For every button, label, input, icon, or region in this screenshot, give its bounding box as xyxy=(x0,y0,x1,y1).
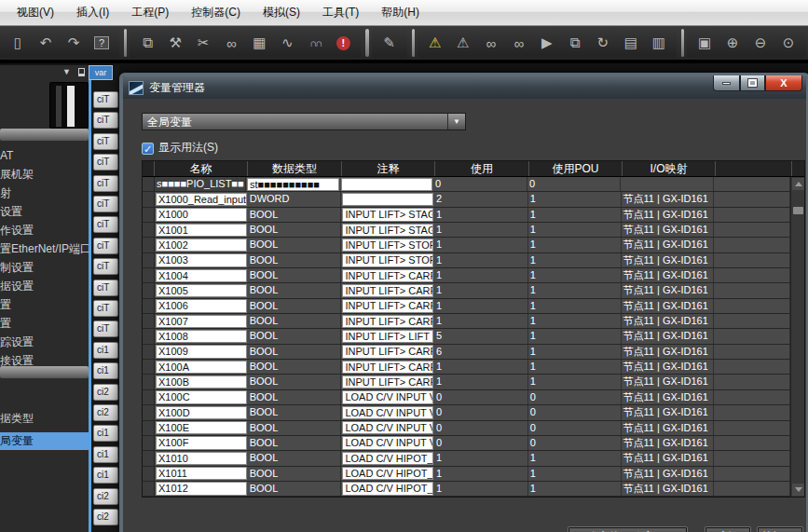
sidebar-item-selected[interactable]: 局变量 xyxy=(0,432,89,450)
sidebar-item[interactable]: 展机架 xyxy=(0,166,89,184)
run-icon[interactable]: ▶ xyxy=(533,31,561,55)
update-button[interactable]: 更新(U) xyxy=(705,527,750,532)
sidebar-item[interactable]: 踪设置 xyxy=(0,334,89,351)
monitor-on-icon[interactable]: ∞ xyxy=(477,31,505,55)
table-row[interactable]: X1006BOOLINPUT LIFT> CARR11节点11 | GX-ID1… xyxy=(143,299,790,314)
table-row[interactable]: X100EBOOLLOAD C/V INPUT V00节点11 | GX-ID1… xyxy=(143,421,790,436)
table-row[interactable]: X100ABOOLINPUT LIFT> CARR11节点11 | GX-ID1… xyxy=(143,360,790,375)
table-row[interactable]: X100FBOOLLOAD C/V INPUT V00节点11 | GX-ID1… xyxy=(143,436,790,451)
table-row[interactable]: X1001BOOLINPUT LIFT> STAG11节点11 | GX-ID1… xyxy=(143,223,790,238)
watch-table-icon[interactable]: ▦ xyxy=(245,31,273,55)
pin-icon[interactable] xyxy=(78,68,85,76)
menu-item[interactable]: 插入(I) xyxy=(65,1,120,24)
table-row[interactable]: X1011BOOLLOAD C/V HIPOT_11节点11 | GX-ID16… xyxy=(143,467,790,482)
close-window-button[interactable]: X xyxy=(765,75,802,91)
table-row[interactable]: X1008BOOLINPUT LIFT> LIFT (51节点11 | GX-I… xyxy=(143,329,790,344)
online-icon[interactable]: ⚠ xyxy=(421,31,449,55)
menu-bar: 视图(V)插入(I)工程(P)控制器(C)模拟(S)工具(T)帮助(H) xyxy=(0,0,808,26)
vertical-scrollbar[interactable] xyxy=(790,177,804,497)
redo-icon[interactable]: ↷ xyxy=(60,31,88,55)
chevron-down-icon[interactable]: ▼ xyxy=(62,67,71,76)
zoom-in-icon[interactable]: ⊕ xyxy=(719,31,746,55)
table-row[interactable]: X1004BOOLINPUT LIFT> CARR11节点11 | GX-ID1… xyxy=(143,268,790,283)
table-row[interactable]: s■■■■PIO_LIST■■st■■■■■■■■■■00 xyxy=(143,177,790,192)
delete-icon[interactable]: ▯ xyxy=(4,31,32,55)
sidebar-item[interactable]: 置 xyxy=(0,296,89,314)
show-usage-checkbox[interactable]: 显示用法(S) xyxy=(142,138,218,156)
column-header[interactable] xyxy=(716,161,792,176)
menu-item[interactable]: 工具(T) xyxy=(311,1,370,24)
zoom-out-icon[interactable]: ⊖ xyxy=(746,31,774,55)
download-icon[interactable]: ▤ xyxy=(617,31,645,55)
empty-cell xyxy=(714,283,790,297)
run-all-icon[interactable]: ⧉ xyxy=(561,31,589,55)
table-row[interactable]: X1005BOOLINPUT LIFT> CARR11节点11 | GX-ID1… xyxy=(143,283,790,298)
menu-item[interactable]: 帮助(H) xyxy=(370,1,431,24)
sidebar-item[interactable]: 射 xyxy=(0,184,89,202)
variable-editor-tab[interactable]: var xyxy=(89,65,113,80)
upload-icon[interactable]: ▥ xyxy=(645,31,673,55)
table-row[interactable]: X1012BOOLLOAD C/V HIPOT_11节点11 | GX-ID16… xyxy=(143,482,790,497)
scroll-down-button[interactable] xyxy=(792,484,804,496)
zoom-100-icon[interactable]: ⊙ xyxy=(774,31,802,55)
help-icon[interactable]: ? xyxy=(88,31,116,55)
column-header[interactable] xyxy=(143,161,155,176)
table-row[interactable]: X100CBOOLLOAD C/V INPUT V00节点11 | GX-ID1… xyxy=(143,390,790,405)
empty-cell xyxy=(714,223,790,237)
toolbar-separator xyxy=(124,29,127,57)
column-header[interactable]: 使用POU xyxy=(529,161,623,176)
window-icon[interactable]: ⧉ xyxy=(133,31,161,55)
undo-icon[interactable]: ↶ xyxy=(32,31,60,55)
dialog-title-bar[interactable]: 变量管理器 X xyxy=(123,76,806,99)
fit-screen-icon[interactable]: ▣ xyxy=(691,31,719,55)
menu-item[interactable]: 模拟(S) xyxy=(252,1,311,24)
close-button[interactable]: 关闭(C) xyxy=(758,527,802,532)
watch-wave-icon[interactable]: ∿ xyxy=(273,31,301,55)
column-header[interactable]: 注释 xyxy=(342,161,435,176)
scroll-up-button[interactable] xyxy=(792,178,804,190)
variable-name-cell: X100C xyxy=(156,390,247,403)
delete-unused-variables-button[interactable]: 删除未使用的变量(D) xyxy=(568,527,687,532)
error-list-icon[interactable]: ! xyxy=(329,31,357,55)
cut-icon[interactable]: ✂ xyxy=(189,31,217,55)
sidebar-item[interactable]: 置 xyxy=(0,315,89,333)
variable-scope-dropdown[interactable]: 全局变量 xyxy=(142,113,466,130)
sidebar-item[interactable]: 制设置 xyxy=(0,259,89,277)
column-header[interactable]: 使用 xyxy=(435,161,529,176)
build-icon[interactable]: ⚒ xyxy=(161,31,189,55)
edit-tool-icon[interactable]: ✎ xyxy=(376,31,404,55)
table-row[interactable]: X1002BOOLINPUT LIFT> STOP11节点11 | GX-ID1… xyxy=(143,238,790,252)
sync-icon[interactable]: ↻ xyxy=(589,31,617,55)
table-row[interactable]: X1010BOOLLOAD C/V HIPOT_11节点11 | GX-ID16… xyxy=(143,451,790,466)
table-row[interactable]: X100DBOOLLOAD C/V INPUT V00节点11 | GX-ID1… xyxy=(143,405,790,420)
table-row[interactable]: X1000_Read_inputDWORD21节点11 | GX-ID161 xyxy=(143,192,790,207)
watch-window-icon[interactable]: ∞ xyxy=(217,31,245,55)
sidebar-item[interactable]: 置EtherNet/IP端口 xyxy=(0,240,89,258)
table-row[interactable]: X1007BOOLINPUT LIFT> CARR11节点11 | GX-ID1… xyxy=(143,314,790,329)
column-header[interactable]: 名称 xyxy=(155,161,248,176)
table-row[interactable]: X1003BOOLINPUT LIFT> STOP11节点11 | GX-ID1… xyxy=(143,253,790,268)
search-icon[interactable]: ∩∩ xyxy=(301,31,329,55)
table-row[interactable]: X100BBOOLINPUT LIFT> CARR11节点11 | GX-ID1… xyxy=(143,375,790,389)
table-row[interactable]: X1000BOOLINPUT LIFT> STAG11节点11 | GX-ID1… xyxy=(143,208,790,223)
maximize-button[interactable] xyxy=(740,75,765,91)
always-on-top-checkbox[interactable]: 总在最前面(A) xyxy=(142,528,229,532)
menu-item[interactable]: 工程(P) xyxy=(120,1,180,24)
scrollbar-thumb[interactable] xyxy=(793,207,803,214)
sidebar-item[interactable]: 作设置 xyxy=(0,222,89,239)
dropdown-arrow-icon[interactable] xyxy=(447,114,465,130)
sidebar-item[interactable]: 据类型 xyxy=(0,410,89,428)
sidebar-item[interactable]: 据设置 xyxy=(0,278,89,295)
column-header[interactable]: 数据类型 xyxy=(248,161,342,176)
menu-item[interactable]: 视图(V) xyxy=(6,1,65,24)
sidebar-item[interactable]: 设置 xyxy=(0,203,89,221)
offline-icon[interactable]: ⚠ xyxy=(449,31,477,55)
column-header[interactable]: I/O映射 xyxy=(623,161,716,176)
variable-name-cell: X1000 xyxy=(156,208,247,221)
monitor-off-icon[interactable]: ∞ xyxy=(505,31,533,55)
minimize-button[interactable] xyxy=(713,75,740,91)
table-row[interactable]: X1009BOOLINPUT LIFT> CARR61节点11 | GX-ID1… xyxy=(143,345,790,360)
checkbox-checked-icon[interactable] xyxy=(142,143,154,155)
menu-item[interactable]: 控制器(C) xyxy=(180,1,252,24)
sidebar-item[interactable]: AT xyxy=(0,147,89,165)
